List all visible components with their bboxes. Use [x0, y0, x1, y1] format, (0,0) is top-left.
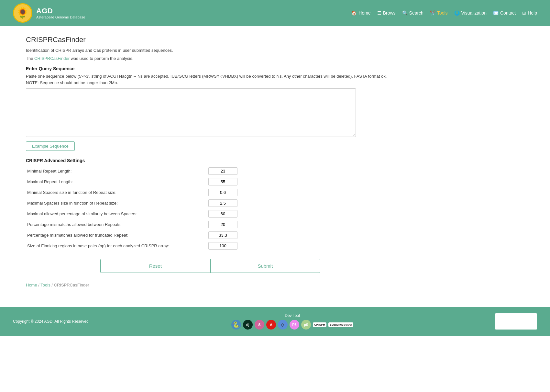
setting-label-minimal-repeat-length: Minimal Repeat Length:	[26, 166, 207, 176]
setting-value-cell-pct-mismatch-truncated	[207, 230, 317, 241]
nav-help-label: Help	[528, 10, 537, 16]
breadcrumb-current: CRISPRCasFinder	[54, 283, 89, 287]
nav-search[interactable]: 🔍 Search	[402, 10, 424, 16]
nav-browse-label: Brows	[383, 10, 396, 16]
sequence-instruction: Paste one sequence below (5'->3', string…	[26, 73, 395, 86]
nav-contact-label: Contact	[500, 10, 516, 16]
setting-value-cell-minimal-repeat-length	[207, 166, 317, 176]
advanced-settings-title: CRISPR Advanced Settings	[26, 158, 395, 163]
form-actions: Reset Submit	[100, 259, 320, 273]
logo-agd-label: AGD	[36, 7, 85, 15]
footer-logos: 🐍 dj S A ◇ P3 pS	[231, 320, 353, 330]
setting-input-max-similarity[interactable]	[208, 210, 237, 218]
site-header: 🌻 AGD Asteraceae Genome Database 🏠 Home …	[0, 0, 550, 26]
description-line2: The CRISPRCasFinder was used to perform …	[26, 55, 395, 62]
footer-center: Dev Tool 🐍 dj S A ◇ P3	[231, 313, 353, 330]
setting-row: Maximal Spacers size in function of Repe…	[26, 198, 317, 208]
nav-tools-label: Tools	[437, 10, 448, 16]
logo-icon: 🌻	[13, 3, 32, 23]
setting-row: Percentage mismatcths allowed between Re…	[26, 219, 317, 230]
breadcrumb-link-home[interactable]: Home	[26, 283, 37, 287]
setting-input-minimal-repeat-length[interactable]	[208, 167, 237, 175]
setting-value-cell-pct-mismatch-repeats	[207, 219, 317, 230]
description-after: was used to perform the analysis.	[70, 56, 133, 61]
setting-input-pct-mismatch-truncated[interactable]	[208, 231, 237, 239]
nav-contact[interactable]: ✉️ Contact	[493, 10, 516, 16]
footer-right-logo	[495, 313, 537, 330]
breadcrumb-link-tools[interactable]: Tools	[40, 283, 50, 287]
setting-label-max-similarity: Maximal allowed percentage of similarity…	[26, 208, 207, 219]
setting-label-maximal-spacers-size: Maximal Spacers size in function of Repe…	[26, 198, 207, 208]
plantsmash-logo: pS	[301, 320, 311, 330]
angular-logo: A	[266, 320, 276, 330]
contact-icon: ✉️	[493, 10, 499, 16]
advanced-settings-section: CRISPR Advanced Settings Minimal Repeat …	[26, 158, 395, 251]
setting-value-cell-maximal-repeat-length	[207, 176, 317, 187]
python-logo: 🐍	[231, 320, 241, 330]
browse-icon: ☰	[377, 10, 381, 16]
main-content: CRISPRCasFinder Identification of CRISPR…	[0, 26, 421, 297]
visualization-icon: 🌐	[454, 10, 460, 16]
main-nav: 🏠 Home ☰ Brows 🔍 Search ✂️ Tools 🌐 Visua…	[351, 10, 537, 16]
description-line1: Identification of CRISPR arrays and Cas …	[26, 47, 395, 54]
setting-input-maximal-spacers-size[interactable]	[208, 199, 237, 207]
description-before: The	[26, 56, 34, 61]
section-query-title: Enter Query Sequence	[26, 66, 395, 71]
setting-row: Maximal allowed percentage of similarity…	[26, 208, 317, 219]
setting-value-cell-minimal-spacers-size	[207, 187, 317, 198]
example-sequence-button[interactable]: Example Sequence	[26, 141, 75, 151]
nav-visualization-label: Visualization	[461, 10, 487, 16]
setting-row: Percentage mismatches allowed for trunca…	[26, 230, 317, 241]
sequence-server-logo: SequenceServer	[328, 322, 353, 327]
breadcrumb: Home / Tools / CRISPRCasFinder	[26, 283, 395, 287]
setting-input-flanking-regions-size[interactable]	[208, 242, 237, 250]
page-title: CRISPRCasFinder	[26, 36, 395, 44]
setting-label-minimal-spacers-size: Minimal Spacers size in function of Repe…	[26, 187, 207, 198]
nav-help[interactable]: ⊞ Help	[522, 10, 537, 16]
nav-tools[interactable]: ✂️ Tools	[430, 10, 448, 16]
setting-value-cell-maximal-spacers-size	[207, 198, 317, 208]
setting-input-pct-mismatch-repeats[interactable]	[208, 221, 237, 228]
setting-input-minimal-spacers-size[interactable]	[208, 189, 237, 196]
sass-logo: S	[255, 320, 264, 330]
setting-row: Size of Flanking regions in base pairs (…	[26, 241, 317, 251]
search-icon: 🔍	[402, 10, 408, 16]
setting-label-maximal-repeat-length: Maximal Repeat Length:	[26, 176, 207, 187]
settings-table: Minimal Repeat Length:Maximal Repeat Len…	[26, 166, 317, 251]
nav-browse[interactable]: ☰ Brows	[377, 10, 396, 16]
nav-visualization[interactable]: 🌐 Visualization	[454, 10, 487, 16]
footer-devtool-label: Dev Tool	[285, 313, 300, 318]
setting-value-cell-max-similarity	[207, 208, 317, 219]
setting-row: Minimal Spacers size in function of Repe…	[26, 187, 317, 198]
footer-copyright: Copyright © 2024 AGD. All Rights Reserve…	[13, 319, 90, 324]
setting-row: Maximal Repeat Length:	[26, 176, 317, 187]
submit-button[interactable]: Submit	[211, 259, 321, 273]
reset-button[interactable]: Reset	[100, 259, 211, 273]
setting-input-maximal-repeat-length[interactable]	[208, 178, 237, 185]
home-icon: 🏠	[351, 10, 357, 16]
sequence-textarea[interactable]	[26, 88, 356, 137]
help-icon: ⊞	[522, 10, 526, 16]
setting-label-flanking-regions-size: Size of Flanking regions in base pairs (…	[26, 241, 207, 251]
nav-home[interactable]: 🏠 Home	[351, 10, 370, 16]
crispr-cas-finder-link[interactable]: CRISPRCasFinder	[34, 56, 70, 61]
breadcrumb-separator: /	[37, 283, 41, 287]
breadcrumb-separator: /	[50, 283, 54, 287]
setting-label-pct-mismatch-repeats: Percentage mismatcths allowed between Re…	[26, 219, 207, 230]
tools-icon: ✂️	[430, 10, 435, 16]
nav-search-label: Search	[409, 10, 424, 16]
p3-logo: P3	[290, 320, 299, 330]
setting-label-pct-mismatch-truncated: Percentage mismatches allowed for trunca…	[26, 230, 207, 241]
diamond-logo: ◇	[278, 320, 288, 330]
logo-area: 🌻 AGD Asteraceae Genome Database	[13, 3, 85, 23]
nav-home-label: Home	[358, 10, 370, 16]
setting-value-cell-flanking-regions-size	[207, 241, 317, 251]
logo-text: AGD Asteraceae Genome Database	[36, 7, 85, 19]
logo-subtitle: Asteraceae Genome Database	[36, 15, 85, 19]
crispr-logo: CRISPR	[313, 322, 326, 327]
site-footer: Copyright © 2024 AGD. All Rights Reserve…	[0, 307, 550, 336]
django-logo: dj	[243, 320, 253, 330]
setting-row: Minimal Repeat Length:	[26, 166, 317, 176]
